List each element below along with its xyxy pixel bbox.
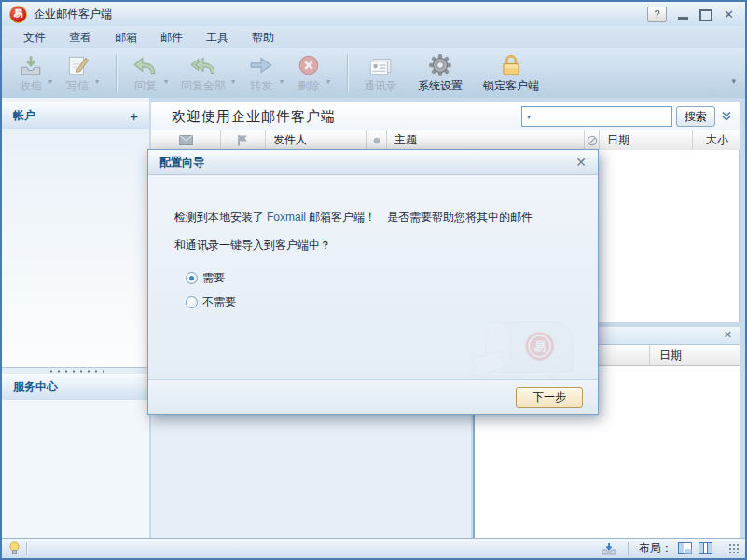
menu-mail[interactable]: 邮件: [152, 27, 191, 48]
receive-dropdown-icon[interactable]: ▾: [48, 77, 52, 86]
column-date[interactable]: 日期: [600, 130, 693, 150]
reply-button[interactable]: 回复: [127, 50, 164, 96]
layout-columns-icon[interactable]: [699, 542, 712, 554]
tip-bulb-icon[interactable]: [8, 541, 21, 555]
status-bar: 布局：: [2, 538, 745, 558]
service-center-label: 服务中心: [13, 379, 149, 395]
service-center-header[interactable]: 服务中心: [2, 374, 149, 401]
next-step-button[interactable]: 下一步: [516, 387, 583, 408]
accounts-header-label: 帐户: [13, 108, 130, 124]
dialog-close-icon[interactable]: ✕: [575, 155, 587, 170]
forward-icon: [248, 52, 274, 77]
menu-help[interactable]: 帮助: [243, 27, 283, 48]
minimize-button[interactable]: [678, 17, 688, 20]
add-account-button[interactable]: +: [130, 108, 138, 124]
menu-file[interactable]: 文件: [15, 27, 54, 48]
accounts-list[interactable]: [2, 129, 149, 367]
reply-label: 回复: [134, 78, 157, 94]
delete-label: 删除: [297, 78, 320, 94]
window-title: 企业邮件客户端: [34, 7, 112, 22]
help-button[interactable]: ?: [647, 7, 667, 22]
preview-close-icon[interactable]: ✕: [724, 329, 732, 341]
app-logo-icon: 易: [9, 6, 27, 23]
column-sender[interactable]: 发件人: [266, 130, 367, 150]
delete-icon: [297, 52, 321, 77]
reply-icon: [132, 52, 159, 77]
main-header: 欢迎使用企业邮件客户端 ▾ 搜索: [151, 102, 740, 131]
system-settings-label: 系统设置: [418, 78, 463, 94]
delete-button[interactable]: 删除: [291, 50, 326, 96]
dialog-footer: 下一步: [148, 379, 598, 414]
reply-all-button[interactable]: 回复全部: [175, 50, 231, 96]
layout-split-icon[interactable]: [678, 542, 692, 554]
reply-dropdown-icon[interactable]: ▾: [164, 77, 168, 86]
column-blocked[interactable]: [585, 130, 600, 150]
column-read-status[interactable]: [151, 130, 221, 150]
preview-column-date[interactable]: 日期: [650, 345, 740, 365]
column-priority[interactable]: [367, 130, 387, 150]
welcome-title: 欢迎使用企业邮件客户端: [172, 108, 521, 126]
accounts-panel-header[interactable]: 帐户 +: [2, 102, 149, 130]
resize-grip[interactable]: [728, 543, 740, 554]
radio-need-label: 需要: [202, 270, 225, 286]
receive-mail-label: 收信: [20, 78, 42, 94]
toolbar: 收信 ▾ 写信 ▾ 回复 ▾ 回复全部 ▾: [2, 48, 745, 99]
menu-tools[interactable]: 工具: [198, 27, 237, 48]
mailbox-watermark-icon: 易: [464, 314, 581, 379]
flag-icon: [237, 134, 249, 146]
dialog-title: 配置向导: [159, 155, 575, 171]
foxmail-brand-text: Foxmail: [267, 211, 306, 224]
splitter-grip-icon: [48, 370, 104, 373]
close-button[interactable]: ✕: [724, 7, 734, 21]
title-bar: 易 企业邮件客户端 ? ✕: [2, 2, 745, 26]
envelope-icon: [179, 135, 193, 145]
circle-slash-icon: [587, 135, 598, 146]
menu-mailbox[interactable]: 邮箱: [106, 27, 145, 48]
lock-client-button[interactable]: 锁定客户端: [477, 50, 545, 96]
radio-option-no-need[interactable]: 不需要: [186, 294, 236, 310]
toolbar-overflow-icon[interactable]: ▾: [731, 76, 736, 86]
app-window: 易 企业邮件客户端 ? ✕ 文件 查看 邮箱 邮件 工具 帮助 收信 ▾ 写信: [0, 0, 747, 560]
receive-status-icon[interactable]: [602, 542, 616, 555]
search-box[interactable]: ▾: [521, 106, 672, 127]
service-center-panel: [2, 400, 149, 539]
forward-button[interactable]: 转发: [242, 50, 280, 96]
column-subject[interactable]: 主题: [387, 130, 585, 150]
contacts-icon: [367, 52, 394, 77]
receive-mail-button[interactable]: 收信: [13, 50, 48, 96]
delete-dropdown-icon[interactable]: ▾: [326, 77, 330, 86]
search-button[interactable]: 搜索: [676, 106, 715, 127]
status-divider: [26, 542, 28, 555]
receive-mail-icon: [19, 52, 43, 77]
compose-mail-button[interactable]: 写信: [60, 50, 95, 96]
gear-icon: [428, 52, 452, 77]
column-flag[interactable]: [221, 130, 266, 150]
dot-icon: [373, 137, 380, 144]
radio-unselected-icon[interactable]: [186, 296, 198, 308]
sidebar: 帐户 + 服务中心: [2, 98, 149, 539]
toolbar-separator: [116, 55, 118, 92]
forward-label: 转发: [250, 78, 272, 94]
dialog-body: 检测到本地安装了Foxmail邮箱客户端！ 是否需要帮助您将其中的邮件 和通讯录…: [148, 174, 598, 379]
dialog-text-line1: 检测到本地安装了Foxmail邮箱客户端！ 是否需要帮助您将其中的邮件: [174, 210, 533, 225]
radio-option-need[interactable]: 需要: [186, 270, 225, 286]
forward-dropdown-icon[interactable]: ▾: [280, 77, 284, 86]
contacts-button[interactable]: 通讯录: [358, 50, 403, 96]
maximize-button[interactable]: [699, 9, 712, 21]
reply-all-label: 回复全部: [181, 78, 226, 94]
dialog-title-bar: 配置向导 ✕: [148, 150, 598, 175]
radio-no-need-label: 不需要: [202, 294, 236, 310]
menu-view[interactable]: 查看: [61, 27, 100, 48]
system-settings-button[interactable]: 系统设置: [412, 50, 468, 96]
lock-client-label: 锁定客户端: [483, 78, 539, 94]
radio-selected-icon[interactable]: [186, 272, 198, 284]
reply-all-dropdown-icon[interactable]: ▾: [231, 77, 235, 86]
compose-dropdown-icon[interactable]: ▾: [95, 77, 99, 86]
mail-list-column-header: 发件人 主题 日期 大小: [151, 130, 740, 151]
column-size[interactable]: 大小: [693, 130, 740, 150]
search-input[interactable]: [535, 109, 671, 124]
lock-icon: [499, 52, 523, 77]
dialog-text-suffix: 邮箱客户端！ 是否需要帮助您将其中的邮件: [309, 211, 533, 224]
search-scope-dropdown-icon[interactable]: ▾: [522, 113, 535, 121]
expand-search-chevron-icon[interactable]: [721, 111, 732, 122]
